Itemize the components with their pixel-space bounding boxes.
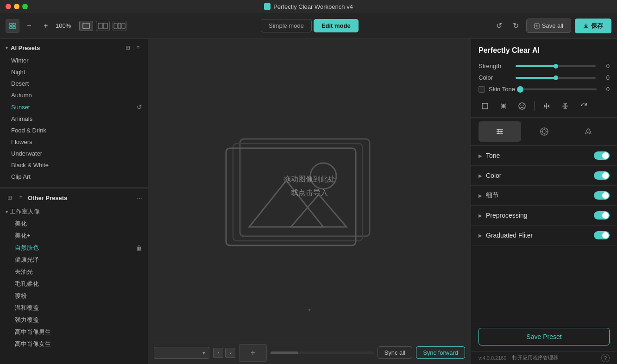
- simple-mode-button[interactable]: Simple mode: [261, 19, 312, 32]
- more-options-button[interactable]: ···: [137, 194, 142, 201]
- svg-point-16: [519, 103, 525, 109]
- sub-preset-meihui[interactable]: 美化: [0, 218, 148, 230]
- flip-h-icon[interactable]: [540, 100, 553, 113]
- sub-preset-meihui-plus[interactable]: 美化+: [0, 230, 148, 242]
- minimize-button[interactable]: [14, 4, 19, 9]
- preset-item-sunset[interactable]: Sunset ↺: [0, 101, 148, 113]
- save-button[interactable]: 保存: [575, 19, 611, 33]
- crop-tool-icon[interactable]: [478, 100, 491, 113]
- color-section[interactable]: ▶ Color: [471, 166, 617, 186]
- preset-item-food-drink[interactable]: Food & Drink: [0, 125, 148, 136]
- svg-point-20: [500, 131, 502, 132]
- skin-tone-row: Skin Tone 0: [471, 83, 617, 95]
- detail-toggle[interactable]: [594, 191, 610, 200]
- filmstrip-prev-button[interactable]: ‹: [213, 348, 223, 358]
- color-toggle[interactable]: [594, 171, 610, 180]
- preprocessing-arrow: ▶: [478, 213, 482, 218]
- ai-presets-view-controls: ⊞ ≡: [124, 44, 142, 52]
- tone-label: Tone: [486, 152, 590, 159]
- help-button[interactable]: ?: [601, 354, 610, 362]
- flip-v-icon[interactable]: [559, 100, 572, 113]
- sync-all-button[interactable]: Sync all: [378, 346, 413, 359]
- sub-preset-mild-cover[interactable]: 温和覆盖: [0, 302, 148, 314]
- color-value: 0: [600, 74, 610, 81]
- save-all-button[interactable]: Save all: [526, 19, 571, 33]
- sub-preset-remove-oil[interactable]: 去油光: [0, 266, 148, 278]
- skin-tone-slider[interactable]: [520, 88, 597, 90]
- sub-group-title: 工作室人像: [10, 207, 40, 216]
- zoom-in-button[interactable]: +: [39, 19, 53, 33]
- preset-item-desert[interactable]: Desert: [0, 78, 148, 89]
- preprocessing-toggle[interactable]: [594, 211, 610, 220]
- sub-preset-natural-skin[interactable]: 自然肤色 🗑: [0, 242, 148, 254]
- skin-tone-checkbox[interactable]: [478, 86, 485, 93]
- rotate-icon[interactable]: [577, 100, 590, 113]
- strength-slider[interactable]: [516, 65, 596, 67]
- graduated-filter-toggle[interactable]: [594, 231, 610, 239]
- svg-point-17: [521, 105, 522, 106]
- preset-item-clip-art[interactable]: Clip Art: [0, 171, 148, 182]
- undo-button[interactable]: ↺: [493, 19, 506, 32]
- detail-section[interactable]: ▶ 细节: [471, 186, 617, 206]
- filmstrip-next-button[interactable]: ›: [225, 348, 235, 358]
- filmstrip-scrollbar[interactable]: [271, 351, 374, 354]
- sync-forward-button[interactable]: Sync forward: [416, 346, 465, 359]
- tab-effects[interactable]: [567, 121, 610, 142]
- view-single-button[interactable]: [79, 21, 93, 31]
- view-split-button[interactable]: [96, 21, 110, 31]
- ai-presets-title: AI Presets: [11, 44, 121, 51]
- preset-item-flowers[interactable]: Flowers: [0, 136, 148, 148]
- canvas-main[interactable]: 拖动图像到此处 或点击导入: [148, 39, 471, 341]
- color-slider[interactable]: [516, 77, 596, 79]
- preset-item-underwater[interactable]: Underwater: [0, 148, 148, 159]
- list-view-icon[interactable]: ≡: [134, 44, 142, 52]
- sub-preset-portrait-male[interactable]: 高中肖像男生: [0, 326, 148, 338]
- edit-mode-button[interactable]: Edit mode: [314, 19, 359, 32]
- reset-icon[interactable]: ↺: [137, 103, 142, 111]
- preprocessing-section[interactable]: ▶ Preprocessing: [471, 206, 617, 226]
- svg-rect-7: [114, 23, 117, 29]
- sub-group-toggle[interactable]: ▾: [6, 209, 8, 214]
- sub-preset-pore-soft[interactable]: 毛孔柔化: [0, 278, 148, 290]
- preset-item-winter[interactable]: Winter: [0, 55, 148, 66]
- ai-presets-toggle[interactable]: ▾: [6, 45, 8, 50]
- zoom-out-button[interactable]: −: [22, 19, 36, 33]
- sub-preset-health-glow[interactable]: 健康光泽: [0, 254, 148, 266]
- sub-preset-powder[interactable]: 喷粉: [0, 290, 148, 302]
- grid-tool-button[interactable]: [6, 19, 19, 33]
- detail-arrow: ▶: [478, 193, 482, 198]
- close-button[interactable]: [6, 4, 11, 9]
- tone-section[interactable]: ▶ Tone: [471, 146, 617, 166]
- strength-slider-thumb: [554, 64, 558, 69]
- sub-preset-portrait-female[interactable]: 高中肖像女生: [0, 338, 148, 350]
- color-slider-row: Color 0: [471, 72, 617, 83]
- save-preset-button[interactable]: Save Preset: [478, 328, 610, 345]
- titlebar: Perfectly Clear Workbench v4: [0, 0, 617, 13]
- preset-item-animals[interactable]: Animals: [0, 113, 148, 125]
- tab-adjustments[interactable]: [478, 121, 521, 142]
- grid-view-icon[interactable]: ⊞: [124, 44, 132, 52]
- filmstrip-dropdown[interactable]: ▾: [154, 347, 209, 359]
- tab-healing[interactable]: [523, 121, 566, 142]
- preset-item-night[interactable]: Night: [0, 66, 148, 78]
- preset-item-black-white[interactable]: Black & White: [0, 159, 148, 171]
- tab-row: [471, 118, 617, 146]
- skin-tone-value: 0: [600, 86, 610, 93]
- maximize-button[interactable]: [22, 4, 28, 9]
- tone-toggle[interactable]: [594, 151, 610, 160]
- face-tool-icon[interactable]: [516, 100, 529, 113]
- other-grid-view-icon[interactable]: ⊞: [6, 194, 14, 202]
- filmstrip-add-slot[interactable]: +: [239, 344, 267, 362]
- other-list-view-icon[interactable]: ≡: [17, 194, 25, 202]
- graduated-filter-section[interactable]: ▶ Graduated Fliter: [471, 226, 617, 245]
- preset-item-autumn[interactable]: Autumn: [0, 89, 148, 101]
- sub-preset-strong-cover[interactable]: 强力覆盖: [0, 314, 148, 326]
- redo-button[interactable]: ↻: [510, 19, 523, 32]
- view-compare-button[interactable]: [113, 21, 126, 31]
- transform-tool-icon[interactable]: [497, 100, 510, 113]
- skin-tone-thumb: [517, 86, 523, 93]
- delete-preset-icon[interactable]: 🗑: [136, 244, 142, 251]
- preprocessing-label: Preprocessing: [486, 212, 590, 219]
- svg-rect-13: [226, 148, 356, 245]
- open-manager-link[interactable]: 打开应用程序管理器: [512, 354, 558, 361]
